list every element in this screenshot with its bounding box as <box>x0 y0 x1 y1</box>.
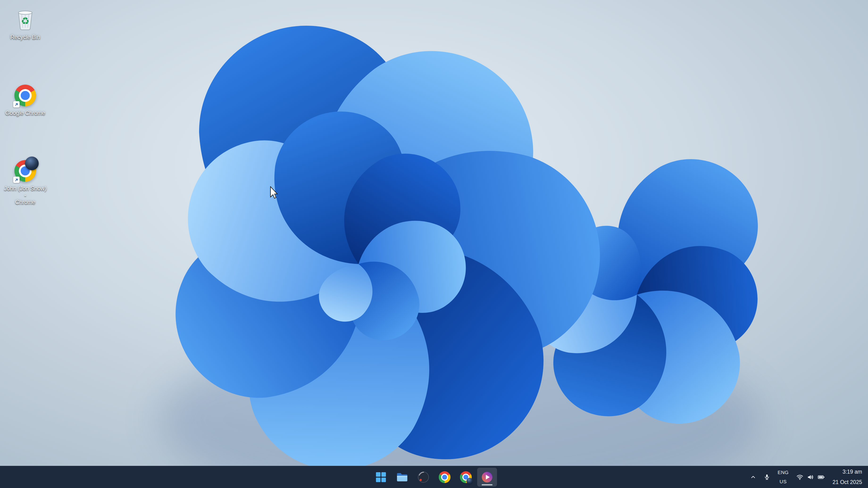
volume-icon <box>807 474 814 481</box>
start-button[interactable] <box>371 468 391 487</box>
language-region: US <box>780 479 786 484</box>
language-code: ENG <box>778 469 789 475</box>
wallpaper-bloom <box>0 0 868 488</box>
desktop-icon-label: Google Chrome <box>5 110 45 117</box>
profile-avatar <box>467 478 473 484</box>
chrome-icon <box>438 471 451 483</box>
chrome-button[interactable] <box>435 468 455 487</box>
desktop-icon-google-chrome[interactable]: Google Chrome <box>3 83 47 117</box>
tray-microphone-button[interactable] <box>761 469 773 486</box>
chrome-profile-button[interactable] <box>456 468 476 487</box>
tray-language-button[interactable]: ENG US <box>775 469 792 486</box>
chrome-profile-icon <box>460 471 472 483</box>
chevron-up-icon <box>750 474 756 480</box>
chrome-profile-icon <box>13 158 38 184</box>
clock-time: 3:19 am <box>842 468 862 475</box>
desktop-icon-recycle-bin[interactable]: ♻ Recycle Bin <box>3 7 47 40</box>
desktop-icon-chrome-profile[interactable]: John (Jon Snow) - Chrome <box>3 158 47 205</box>
desktop-icon-label: Recycle Bin <box>10 34 40 40</box>
active-app-indicator <box>482 484 493 485</box>
recycle-bin-icon: ♻ <box>13 7 38 32</box>
media-player-icon <box>481 471 493 483</box>
profile-avatar <box>25 157 39 170</box>
tray-status-button[interactable] <box>793 469 828 486</box>
clock-date: 21 Oct 2025 <box>833 479 862 486</box>
windows-desktop: ♻ Recycle Bin Google Chrome <box>0 0 868 488</box>
desktop-icon-label: John (Jon Snow) - Chrome <box>3 185 47 205</box>
dark-circle-app-icon <box>417 471 430 483</box>
microphone-icon <box>764 474 770 480</box>
tray-clock-button[interactable]: 3:19 am 21 Oct 2025 <box>830 469 865 486</box>
system-tray: ENG US <box>747 466 865 488</box>
file-explorer-button[interactable] <box>392 468 412 487</box>
wifi-icon <box>796 474 803 481</box>
dark-circle-app-button[interactable] <box>413 468 433 487</box>
shortcut-arrow-icon <box>13 101 20 107</box>
tray-show-hidden-icons-button[interactable] <box>747 469 759 486</box>
chrome-icon <box>13 83 38 108</box>
shortcut-arrow-icon <box>13 176 20 183</box>
file-explorer-icon <box>396 471 408 483</box>
windows-start-icon <box>375 471 387 483</box>
taskbar: ENG US <box>0 466 868 488</box>
recycle-glyph: ♻ <box>21 15 30 26</box>
media-player-button[interactable] <box>477 468 497 487</box>
taskbar-app-icons <box>371 466 497 488</box>
battery-icon <box>817 474 825 481</box>
